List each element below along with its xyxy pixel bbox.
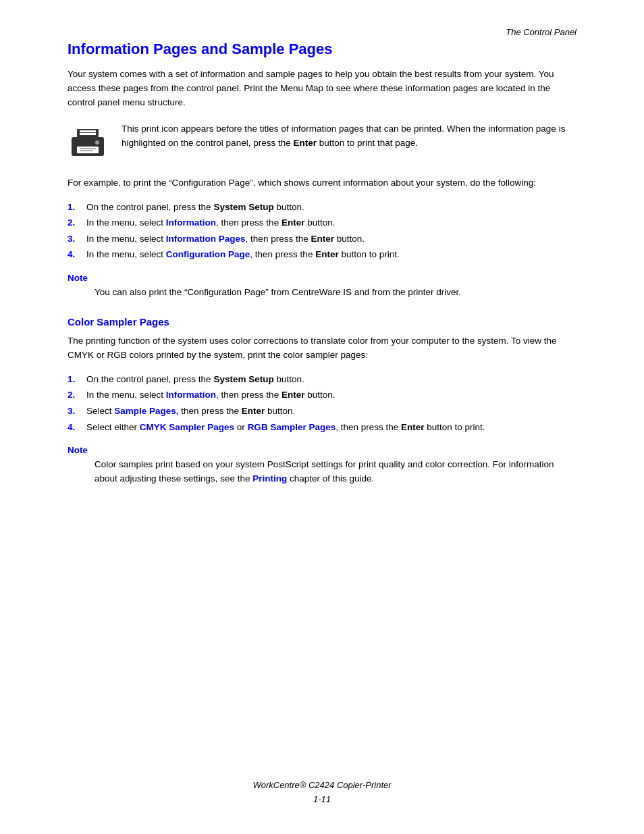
header-right-text: The Control Panel xyxy=(506,27,576,37)
list-text: In the menu, select Configuration Page, … xyxy=(86,247,400,262)
information-link-2[interactable]: Information xyxy=(166,390,216,400)
page: The Control Panel Information Pages and … xyxy=(0,0,644,834)
list-text: On the control panel, press the System S… xyxy=(86,372,304,387)
note-text-2: Color samples print based on your system… xyxy=(95,458,576,486)
icon-note-section: This print icon appears before the title… xyxy=(68,122,576,164)
note-label-2: Note xyxy=(68,445,576,455)
svg-point-7 xyxy=(95,140,99,145)
header-right: The Control Panel xyxy=(506,27,576,37)
svg-rect-5 xyxy=(80,148,96,149)
information-pages-link[interactable]: Information Pages xyxy=(166,234,246,244)
footer: WorkCentre® C2424 Copier-Printer 1-11 xyxy=(0,779,644,807)
list-item: 4. In the menu, select Configuration Pag… xyxy=(68,247,576,262)
list-text: In the menu, select Information, then pr… xyxy=(86,388,335,402)
svg-rect-2 xyxy=(80,130,96,132)
list-text: On the control panel, press the System S… xyxy=(86,200,304,215)
list-text: In the menu, select Information, then pr… xyxy=(86,215,335,230)
list-num: 2. xyxy=(68,388,81,402)
list-item: 1. On the control panel, press the Syste… xyxy=(68,200,576,215)
list-text: In the menu, select Information Pages, t… xyxy=(86,232,365,246)
list-num: 3. xyxy=(68,404,81,419)
list-item: 4. Select either CMYK Sampler Pages or R… xyxy=(68,420,576,435)
example-paragraph: For example, to print the “Configuration… xyxy=(68,176,576,190)
configuration-page-link[interactable]: Configuration Page xyxy=(166,249,250,259)
rgb-sampler-link[interactable]: RGB Sampler Pages xyxy=(248,422,336,432)
svg-rect-3 xyxy=(80,133,96,135)
list-item: 2. In the menu, select Information, then… xyxy=(68,215,576,230)
intro-paragraph: Your system comes with a set of informat… xyxy=(68,68,576,110)
enter-bold-1: Enter xyxy=(293,138,317,148)
steps-list-2: 1. On the control panel, press the Syste… xyxy=(68,372,576,434)
steps-list-1: 1. On the control panel, press the Syste… xyxy=(68,200,576,262)
list-num: 2. xyxy=(68,215,81,230)
list-num: 1. xyxy=(68,200,81,215)
footer-line2: 1-11 xyxy=(0,793,644,807)
note-label-1: Note xyxy=(68,273,576,283)
icon-description: This print icon appears before the title… xyxy=(122,122,576,151)
svg-rect-6 xyxy=(80,150,93,151)
footer-line1: WorkCentre® C2424 Copier-Printer xyxy=(0,779,644,793)
main-title: Information Pages and Sample Pages xyxy=(68,41,576,58)
sample-pages-link[interactable]: Sample Pages, xyxy=(114,406,178,416)
information-link-1[interactable]: Information xyxy=(166,217,216,228)
list-num: 4. xyxy=(68,247,81,262)
list-num: 1. xyxy=(68,372,81,387)
list-text: Select Sample Pages, then press the Ente… xyxy=(86,404,295,419)
list-item: 3. In the menu, select Information Pages… xyxy=(68,232,576,246)
list-num: 3. xyxy=(68,232,81,246)
note-text-1: You can also print the “Configuration Pa… xyxy=(95,286,576,300)
color-sampler-paragraph: The printing function of the system uses… xyxy=(68,334,576,363)
list-text: Select either CMYK Sampler Pages or RGB … xyxy=(86,420,485,435)
list-item: 3. Select Sample Pages, then press the E… xyxy=(68,404,576,419)
list-item: 2. In the menu, select Information, then… xyxy=(68,388,576,402)
printing-link[interactable]: Printing xyxy=(252,473,287,484)
cmyk-sampler-link[interactable]: CMYK Sampler Pages xyxy=(140,422,234,432)
list-item: 1. On the control panel, press the Syste… xyxy=(68,372,576,387)
print-icon xyxy=(68,124,108,164)
color-sampler-heading: Color Sampler Pages xyxy=(68,316,576,328)
list-num: 4. xyxy=(68,420,81,435)
